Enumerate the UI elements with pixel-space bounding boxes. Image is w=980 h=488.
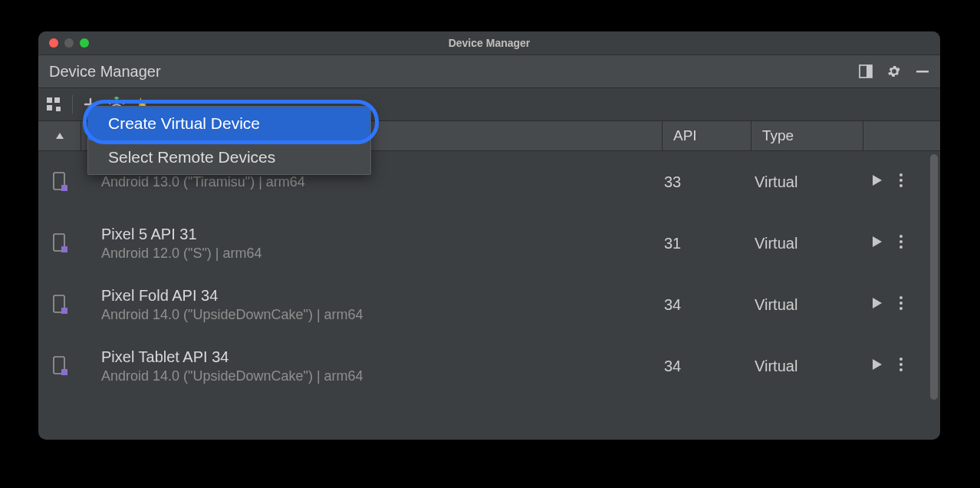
window-controls xyxy=(38,38,89,48)
table-body: Android 13.0 ("Tiramisu") | arm6433Virtu… xyxy=(38,151,940,440)
device-manager-window: Device Manager Device Manager xyxy=(38,31,940,440)
minimize-panel-icon[interactable] xyxy=(916,64,929,78)
device-api: 34 xyxy=(663,296,751,314)
dropdown-item-select-remote-devices[interactable]: Select Remote Devices xyxy=(88,140,370,174)
device-name: Pixel Fold API 34 xyxy=(101,287,663,305)
svg-point-25 xyxy=(899,358,903,361)
play-icon[interactable] xyxy=(870,173,883,190)
device-type: Virtual xyxy=(751,173,863,191)
device-subtitle: Android 14.0 ("UpsideDownCake") | arm64 xyxy=(101,368,663,384)
more-icon[interactable] xyxy=(899,234,903,252)
column-header-actions xyxy=(863,121,940,150)
row-actions xyxy=(863,295,940,314)
svg-point-10 xyxy=(899,173,903,176)
device-subtitle: Android 13.0 ("Tiramisu") | arm64 xyxy=(101,174,663,190)
row-actions xyxy=(863,234,940,252)
more-icon[interactable] xyxy=(899,357,903,375)
scrollbar-thumb[interactable] xyxy=(930,154,938,400)
device-icon xyxy=(38,233,81,253)
device-icon xyxy=(38,172,81,192)
sort-indicator[interactable] xyxy=(38,121,81,150)
svg-point-21 xyxy=(899,302,903,305)
device-name: Pixel 5 API 31 xyxy=(101,226,663,243)
device-type: Virtual xyxy=(751,235,863,252)
device-api: 34 xyxy=(663,358,751,375)
svg-point-27 xyxy=(899,368,903,371)
svg-point-16 xyxy=(899,240,903,243)
svg-rect-14 xyxy=(61,246,67,252)
table-row[interactable]: Pixel Fold API 34Android 14.0 ("UpsideDo… xyxy=(38,274,940,335)
table-row[interactable]: Pixel Tablet API 34Android 14.0 ("Upside… xyxy=(38,335,940,397)
group-icon[interactable] xyxy=(46,97,61,112)
svg-rect-1 xyxy=(867,65,872,77)
dock-icon[interactable] xyxy=(859,64,873,78)
svg-rect-2 xyxy=(916,71,929,73)
maximize-window-button[interactable] xyxy=(80,38,89,48)
device-info: Android 13.0 ("Tiramisu") | arm64 xyxy=(81,174,663,190)
svg-point-17 xyxy=(899,246,903,249)
play-icon[interactable] xyxy=(870,296,883,313)
more-icon[interactable] xyxy=(899,295,903,314)
device-subtitle: Android 12.0 ("S") | arm64 xyxy=(101,246,663,262)
close-window-button[interactable] xyxy=(49,38,58,48)
svg-point-12 xyxy=(899,184,903,187)
gear-icon[interactable] xyxy=(886,64,902,79)
svg-point-11 xyxy=(899,179,903,182)
panel-title: Device Manager xyxy=(49,63,161,81)
panel-header: Device Manager xyxy=(38,54,940,88)
svg-rect-24 xyxy=(61,369,67,375)
more-icon[interactable] xyxy=(899,173,903,191)
svg-rect-9 xyxy=(61,185,67,191)
device-api: 33 xyxy=(663,173,751,191)
device-name: Pixel Tablet API 34 xyxy=(101,348,663,366)
toolbar-separator xyxy=(72,95,73,114)
column-header-type[interactable]: Type xyxy=(751,121,863,150)
svg-rect-5 xyxy=(47,105,52,110)
device-info: Pixel 5 API 31Android 12.0 ("S") | arm64 xyxy=(81,226,663,262)
window-title: Device Manager xyxy=(38,37,940,49)
titlebar: Device Manager xyxy=(38,31,940,54)
panel-actions xyxy=(859,64,929,79)
table-row[interactable]: Pixel 5 API 31Android 12.0 ("S") | arm64… xyxy=(38,213,940,274)
row-actions xyxy=(863,173,940,191)
device-api: 31 xyxy=(663,235,751,252)
device-info: Pixel Fold API 34Android 14.0 ("UpsideDo… xyxy=(81,287,663,323)
device-subtitle: Android 14.0 ("UpsideDownCake") | arm64 xyxy=(101,307,663,323)
svg-rect-19 xyxy=(61,308,67,314)
svg-rect-3 xyxy=(47,97,52,103)
play-icon[interactable] xyxy=(870,235,883,252)
device-info: Pixel Tablet API 34Android 14.0 ("Upside… xyxy=(81,348,663,384)
add-device-dropdown: Create Virtual Device Select Remote Devi… xyxy=(87,106,371,175)
svg-point-26 xyxy=(899,363,903,366)
device-type: Virtual xyxy=(751,296,863,314)
device-icon xyxy=(38,295,81,315)
svg-point-20 xyxy=(899,296,903,299)
svg-rect-4 xyxy=(54,97,60,103)
device-type: Virtual xyxy=(751,358,863,375)
svg-point-15 xyxy=(899,235,903,238)
dropdown-item-create-virtual-device[interactable]: Create Virtual Device xyxy=(88,107,370,140)
play-icon[interactable] xyxy=(870,358,883,374)
minimize-window-button[interactable] xyxy=(64,38,74,48)
device-icon xyxy=(38,356,81,376)
row-actions xyxy=(863,357,940,375)
column-header-api[interactable]: API xyxy=(663,121,751,150)
svg-rect-6 xyxy=(56,107,61,111)
svg-point-22 xyxy=(899,307,903,310)
